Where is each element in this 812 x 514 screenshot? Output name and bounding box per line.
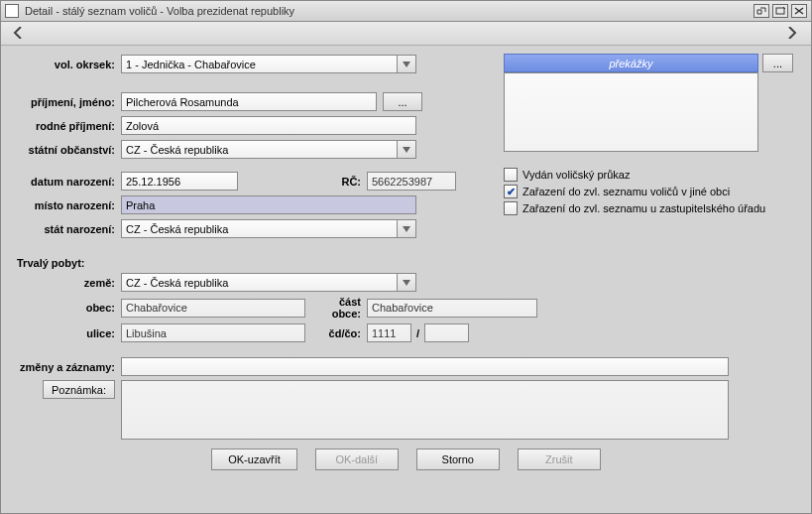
datum-narozeni-label: datum narození: bbox=[17, 176, 121, 188]
ok-close-button[interactable]: OK-uzavřít bbox=[211, 449, 297, 470]
cb-jine-row[interactable]: ✔ Zařazení do zvl. seznamu voličů v jiné… bbox=[504, 185, 793, 198]
ok-next-button[interactable]: OK-další bbox=[315, 449, 399, 470]
ulice-label: ulice: bbox=[17, 327, 121, 339]
detail-window: Detail - stálý seznam voličů - Volba pre… bbox=[0, 0, 812, 514]
cb-vydan-row[interactable]: Vydán voličský průkaz bbox=[504, 168, 793, 182]
maximize-button[interactable] bbox=[772, 4, 788, 18]
cd-co-label: čd/čo: bbox=[305, 327, 367, 339]
co-input[interactable] bbox=[424, 323, 469, 342]
stat-narozeni-value[interactable]: CZ - Česká republika bbox=[121, 219, 397, 238]
cd-co-sep: / bbox=[411, 327, 424, 339]
window-icon bbox=[5, 4, 19, 18]
button-bar: OK-uzavřít OK-další Storno Zrušit bbox=[1, 449, 811, 470]
vol-okrsek-value[interactable]: 1 - Jednička - Chabařovice bbox=[121, 55, 397, 73]
poznamka-textarea[interactable] bbox=[121, 380, 729, 440]
ulice-input[interactable]: Libušina bbox=[121, 323, 305, 342]
cb-vydan-checkbox[interactable] bbox=[504, 168, 518, 182]
misto-narozeni-label: místo narození: bbox=[17, 199, 121, 211]
titlebar: Detail - stálý seznam voličů - Volba pre… bbox=[1, 1, 811, 22]
prev-record-button[interactable] bbox=[13, 27, 27, 41]
zeme-label: země: bbox=[17, 277, 121, 289]
cd-input[interactable]: 1111 bbox=[367, 323, 411, 342]
prijmeni-jmeno-label: příjmení, jméno: bbox=[17, 96, 121, 108]
prekazky-edit-button[interactable]: ... bbox=[762, 54, 793, 72]
zmeny-zaznamy-input[interactable] bbox=[121, 357, 729, 376]
vol-okrsek-combo[interactable]: 1 - Jednička - Chabařovice bbox=[121, 55, 416, 73]
form-content: vol. okrsek: 1 - Jednička - Chabařovice … bbox=[1, 46, 811, 480]
trvaly-pobyt-label: Trvalý pobyt: bbox=[17, 257, 795, 269]
prekazky-header[interactable]: překážky bbox=[504, 54, 758, 72]
stat-narozeni-combo[interactable]: CZ - Česká republika bbox=[121, 219, 416, 238]
stat-narozeni-drop[interactable] bbox=[397, 219, 416, 238]
zeme-drop[interactable] bbox=[397, 273, 416, 292]
rc-input[interactable]: 5662253987 bbox=[367, 172, 456, 191]
rc-label: RČ: bbox=[238, 176, 367, 188]
minimize-button[interactable] bbox=[754, 4, 769, 18]
zeme-combo[interactable]: CZ - Česká republika bbox=[121, 273, 416, 292]
obec-label: obec: bbox=[17, 302, 121, 314]
rodne-prijmeni-label: rodné příjmení: bbox=[17, 120, 121, 132]
poznamka-button[interactable]: Poznámka: bbox=[43, 380, 115, 399]
vol-okrsek-drop[interactable] bbox=[397, 55, 416, 73]
statni-obcanstvi-label: státní občanství: bbox=[17, 144, 121, 156]
toolbar bbox=[1, 22, 811, 46]
prijmeni-jmeno-lookup-button[interactable]: ... bbox=[383, 92, 422, 111]
cb-jine-label: Zařazení do zvl. seznamu voličů v jiné o… bbox=[522, 186, 730, 197]
right-panel: překážky ... Vydán voličský průkaz ✔ Zař… bbox=[504, 54, 793, 218]
rodne-prijmeni-input[interactable]: Zolová bbox=[121, 116, 416, 135]
cast-obce-input[interactable]: Chabařovice bbox=[367, 299, 537, 318]
svg-rect-0 bbox=[776, 8, 784, 14]
statni-obcanstvi-value[interactable]: CZ - Česká republika bbox=[121, 140, 397, 159]
vol-okrsek-label: vol. okrsek: bbox=[17, 59, 121, 70]
close-button[interactable] bbox=[791, 4, 807, 18]
delete-button[interactable]: Zrušit bbox=[518, 449, 601, 470]
cb-vydan-label: Vydán voličský průkaz bbox=[522, 169, 630, 181]
next-record-button[interactable] bbox=[785, 27, 799, 41]
stat-narozeni-label: stát narození: bbox=[17, 223, 121, 235]
prekazky-list[interactable] bbox=[504, 72, 758, 152]
statni-obcanstvi-drop[interactable] bbox=[397, 140, 416, 159]
datum-narozeni-input[interactable]: 25.12.1956 bbox=[121, 172, 238, 191]
statni-obcanstvi-combo[interactable]: CZ - Česká republika bbox=[121, 140, 416, 159]
zeme-value[interactable]: CZ - Česká republika bbox=[121, 273, 397, 292]
obec-input[interactable]: Chabařovice bbox=[121, 299, 305, 318]
storno-button[interactable]: Storno bbox=[416, 449, 500, 470]
cb-jine-checkbox[interactable]: ✔ bbox=[504, 185, 518, 198]
cb-zast-checkbox[interactable] bbox=[504, 201, 518, 215]
cb-zast-label: Zařazení do zvl. seznamu u zastupitelské… bbox=[522, 202, 765, 214]
cast-obce-label: část obce: bbox=[305, 296, 367, 320]
window-title: Detail - stálý seznam voličů - Volba pre… bbox=[25, 5, 751, 17]
prijmeni-jmeno-input[interactable]: Pilcherová Rosamunda bbox=[121, 92, 377, 111]
misto-narozeni-input[interactable]: Praha bbox=[121, 195, 416, 214]
cb-zast-row[interactable]: Zařazení do zvl. seznamu u zastupitelské… bbox=[504, 201, 793, 215]
zmeny-zaznamy-label: změny a záznamy: bbox=[17, 361, 121, 373]
